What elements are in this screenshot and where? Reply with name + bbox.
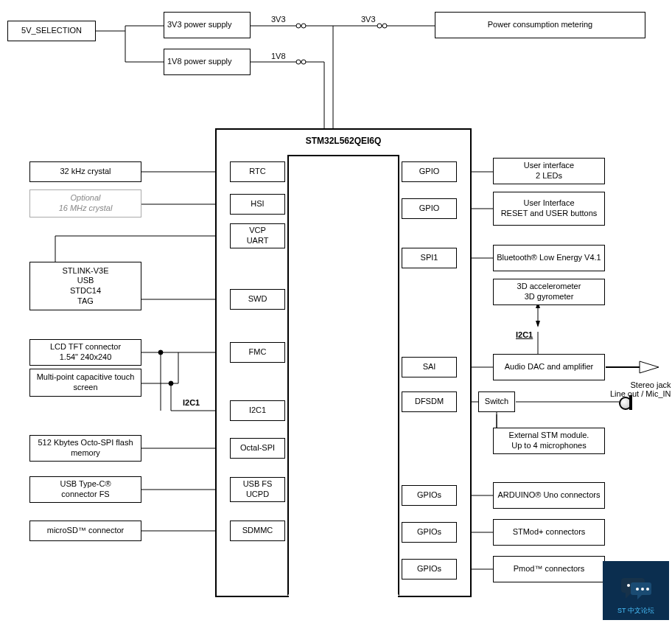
block-touch: Multi-point capacitive touch screen	[29, 369, 141, 397]
block-32k-crystal: 32 kHz crystal	[29, 161, 141, 182]
block-leds: User interface 2 LEDs	[493, 158, 605, 184]
block-ble: Bluetooth® Low Energy V4.1	[493, 245, 605, 271]
watermark-text: ST 中文论坛	[617, 606, 654, 616]
mic-stand	[629, 395, 632, 410]
label-3v3-2: 3V3	[361, 15, 376, 24]
svg-point-2	[377, 24, 382, 28]
port-gpios-stmod: GPIOs	[402, 522, 457, 543]
svg-point-14	[646, 588, 649, 591]
block-buttons: User Interface RESET and USER buttons	[493, 192, 605, 226]
port-fmc: FMC	[230, 342, 285, 363]
port-dfsdm: DFSDM	[402, 391, 457, 412]
forum-watermark: ST 中文论坛	[603, 561, 669, 620]
label-1v8: 1V8	[271, 52, 286, 60]
block-ext-mics: External STM module. Up to 4 microphones	[493, 428, 605, 454]
block-lcd-connector: LCD TFT connector 1.54" 240x240	[29, 339, 141, 366]
svg-point-7	[169, 381, 173, 386]
svg-marker-8	[640, 361, 659, 373]
svg-point-1	[301, 24, 306, 28]
svg-point-5	[301, 60, 306, 64]
svg-point-12	[636, 588, 639, 591]
block-3v3-supply: 3V3 power supply	[164, 12, 251, 38]
svg-point-13	[641, 588, 644, 591]
block-usb-c: USB Type-C® connector FS	[29, 476, 141, 503]
chat-icon	[620, 577, 652, 602]
label-stereo-jack: Stereo jack Line out / Mic_IN	[610, 380, 671, 398]
block-16m-crystal: Optional 16 MHz crystal	[29, 189, 141, 217]
svg-point-0	[296, 24, 301, 28]
svg-point-3	[382, 24, 387, 28]
port-gpio-leds: GPIO	[402, 161, 457, 182]
port-octal-spi: Octal-SPI	[230, 438, 285, 459]
block-stmod: STMod+ connectors	[493, 519, 605, 546]
block-stlink: STLINK-V3E USB STDC14 TAG	[29, 262, 141, 310]
port-swd: SWD	[230, 289, 285, 310]
port-gpios-pmod: GPIOs	[402, 559, 457, 580]
mcu-title: STM32L562QEI6Q	[217, 136, 470, 146]
label-i2c1-right: I2C1	[516, 330, 533, 339]
block-switch: Switch	[478, 391, 515, 412]
block-power-meter: Power consumption metering	[435, 12, 645, 38]
block-arduino: ARDUINO® Uno connectors	[493, 482, 605, 509]
label-3v3-1: 3V3	[271, 15, 286, 24]
port-rtc: RTC	[230, 161, 285, 182]
port-hsi: HSI	[230, 194, 285, 215]
svg-point-9	[627, 584, 630, 587]
port-sai: SAI	[402, 357, 457, 377]
port-spi1: SPI1	[402, 248, 457, 268]
port-sdmmc: SDMMC	[230, 521, 285, 541]
block-octo-flash: 512 Kbytes Octo-SPI flash memory	[29, 435, 141, 462]
port-usbfs: USB FS UCPD	[230, 477, 285, 502]
svg-point-6	[158, 350, 163, 355]
port-vcp: VCP UART	[230, 223, 285, 248]
mcu-notch	[287, 155, 399, 596]
block-5v-selection: 5V_SELECTION	[7, 21, 96, 41]
port-i2c1: I2C1	[230, 400, 285, 421]
block-audio-dac: Audio DAC and amplifier	[493, 354, 605, 380]
svg-point-4	[296, 60, 301, 64]
label-i2c1-left: I2C1	[183, 398, 200, 407]
port-gpio-buttons: GPIO	[402, 198, 457, 219]
mcu-notch-cap	[289, 593, 398, 597]
block-microsd: microSD™ connector	[29, 521, 141, 541]
block-imu: 3D accelerometer 3D gyrometer	[493, 279, 605, 305]
port-gpios-arduino: GPIOs	[402, 485, 457, 506]
block-1v8-supply: 1V8 power supply	[164, 49, 251, 75]
block-pmod: Pmod™ connectors	[493, 556, 605, 582]
